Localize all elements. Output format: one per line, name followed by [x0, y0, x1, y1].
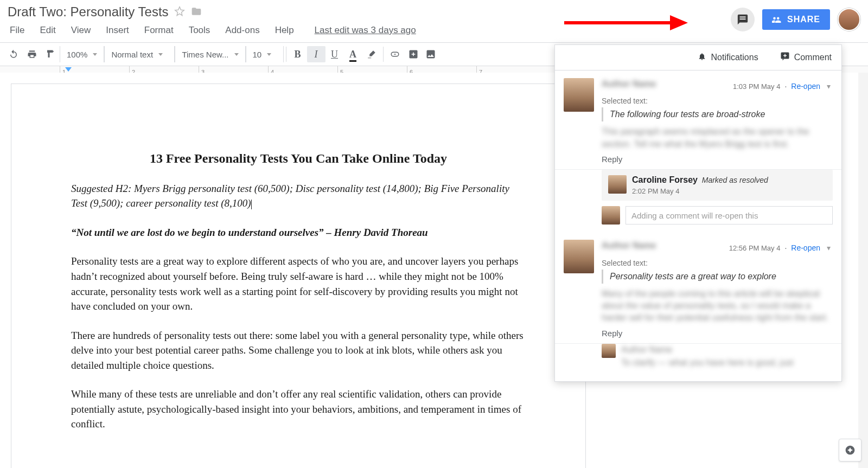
style-value: Normal text	[111, 50, 153, 59]
comment-body: This paragraph seems misplaced as the op…	[602, 126, 833, 150]
size-value: 10	[253, 50, 262, 59]
selected-text: The following four tests are broad-strok…	[602, 107, 833, 121]
reply-box: Adding a comment will re-open this	[602, 206, 833, 225]
doc-paragraph[interactable]: Personality tests are a great way to exp…	[71, 254, 526, 313]
selected-text-label: Selected text:	[602, 97, 833, 105]
commenter-name: Author Name	[621, 344, 833, 356]
resolved-time: 2:02 PM May 4	[632, 187, 826, 195]
comment-menu-icon[interactable]: ▾	[825, 243, 833, 252]
comment-thread[interactable]: Author Name 12:56 PM May 4 · Re-open ▾ S…	[555, 232, 841, 344]
bold-button[interactable]: B	[289, 46, 307, 62]
reopen-link[interactable]: Re-open	[791, 82, 820, 91]
insert-link-button[interactable]	[386, 46, 404, 62]
menu-view[interactable]: View	[63, 22, 99, 39]
paragraph-style-select[interactable]: Normal text	[104, 46, 175, 62]
doc-paragraph[interactable]: While many of these tests are unreliable…	[71, 387, 526, 432]
menu-file[interactable]: File	[5, 22, 32, 39]
current-user-avatar	[602, 206, 620, 225]
font-size-select[interactable]: 10	[246, 46, 284, 62]
commenter-avatar	[564, 240, 594, 273]
paint-format-icon[interactable]	[41, 46, 60, 62]
star-icon[interactable]	[174, 6, 185, 18]
comment-time: 1:03 PM May 4	[733, 82, 780, 91]
zoom-select[interactable]: 100%	[60, 46, 104, 62]
resolver-name: Caroline Forsey	[632, 175, 698, 184]
doc-suggested-h2[interactable]: Suggested H2: Myers Brigg personality te…	[71, 183, 509, 209]
explore-button[interactable]	[839, 439, 861, 461]
font-value: Times New...	[182, 50, 228, 59]
comment-time: 12:56 PM May 4	[729, 244, 781, 252]
text-cursor	[251, 200, 252, 209]
print-icon[interactable]	[23, 46, 41, 62]
menu-tools[interactable]: Tools	[181, 22, 218, 39]
highlight-button[interactable]	[362, 46, 381, 62]
comment-body: Many of the people coming to this articl…	[602, 288, 833, 324]
comments-panel: Notifications Comment Author Name 1:03 P…	[554, 44, 842, 382]
text-color-button[interactable]: A	[344, 46, 362, 62]
menu-format[interactable]: Format	[137, 22, 181, 39]
page[interactable]: 13 Free Personality Tests You Can Take O…	[11, 84, 586, 468]
selected-text: Personality tests are a great way to exp…	[602, 270, 833, 284]
resolved-status: Marked as resolved	[702, 176, 768, 184]
new-comment-button[interactable]: Comment	[780, 52, 832, 63]
selected-text-label: Selected text:	[602, 259, 833, 267]
document-title[interactable]: Draft Two: Personality Tests	[8, 4, 169, 20]
commenter-avatar	[564, 78, 594, 112]
comment-menu-icon[interactable]: ▾	[825, 82, 833, 91]
doc-heading[interactable]: 13 Free Personality Tests You Can Take O…	[71, 149, 526, 168]
commenter-name: Author Name	[602, 78, 656, 90]
reply-button[interactable]: Reply	[602, 155, 833, 164]
menu-insert[interactable]: Insert	[98, 22, 137, 39]
indent-marker-icon[interactable]	[65, 67, 72, 72]
share-label: SHARE	[787, 15, 820, 24]
zoom-value: 100%	[67, 50, 87, 59]
reply-button[interactable]: Reply	[602, 329, 833, 338]
caret-down-icon	[234, 53, 239, 56]
notifications-label: Notifications	[711, 53, 758, 62]
commenter-name: Author Name	[602, 240, 656, 252]
italic-button[interactable]: I	[307, 46, 326, 62]
comment-resolution: Caroline Forsey Marked as resolved 2:02 …	[602, 170, 833, 201]
open-comments-button[interactable]	[731, 8, 755, 31]
comment-thread[interactable]: Author Name 1:03 PM May 4 · Re-open ▾ Se…	[555, 70, 841, 170]
comment-body: To clarify — what you have here is good,…	[621, 357, 833, 369]
account-avatar[interactable]	[838, 8, 860, 31]
reply-input[interactable]: Adding a comment will re-open this	[626, 206, 833, 225]
menu-addons[interactable]: Add-ons	[218, 22, 267, 39]
add-comment-icon	[780, 52, 790, 63]
last-edit-link[interactable]: Last edit was 3 days ago	[315, 25, 416, 36]
menu-help[interactable]: Help	[267, 22, 302, 39]
caret-down-icon	[267, 53, 271, 56]
notifications-button[interactable]: Notifications	[698, 52, 758, 63]
font-select[interactable]: Times New...	[175, 46, 245, 62]
menu-edit[interactable]: Edit	[32, 22, 63, 39]
commenter-avatar	[602, 344, 616, 358]
caret-down-icon	[93, 53, 97, 56]
new-comment-label: Comment	[794, 53, 832, 62]
commenter-avatar	[608, 175, 627, 194]
scrollbar-track[interactable]	[858, 73, 868, 468]
insert-image-button[interactable]	[423, 46, 441, 62]
caret-down-icon	[158, 53, 163, 56]
bell-icon	[698, 52, 706, 63]
share-button[interactable]: SHARE	[762, 9, 830, 30]
reopen-link[interactable]: Re-open	[791, 243, 820, 252]
undo-icon[interactable]	[4, 46, 23, 62]
underline-button[interactable]: U	[326, 46, 344, 62]
doc-paragraph[interactable]: There are hundreds of personality tests …	[71, 328, 526, 373]
move-to-folder-icon[interactable]	[190, 6, 202, 18]
doc-quote[interactable]: “Not until we are lost do we begin to un…	[71, 225, 526, 240]
insert-comment-button[interactable]	[404, 46, 423, 62]
